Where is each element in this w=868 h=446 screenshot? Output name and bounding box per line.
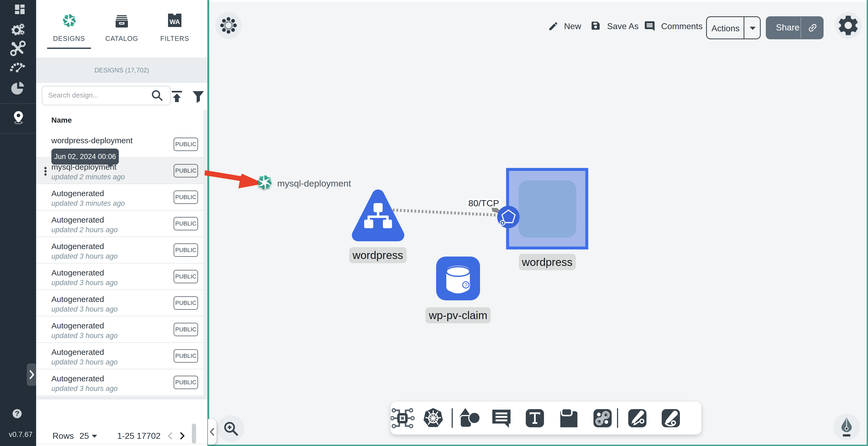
svg-text:wp-pv-claim: wp-pv-claim (429, 309, 488, 321)
svg-text:wordpress: wordpress (522, 256, 572, 268)
svg-text:wordpress: wordpress (352, 249, 403, 261)
svg-text:?: ? (464, 282, 467, 288)
svg-text:80/TCP: 80/TCP (468, 198, 499, 208)
svg-text:mysql-deployment: mysql-deployment (277, 178, 351, 188)
